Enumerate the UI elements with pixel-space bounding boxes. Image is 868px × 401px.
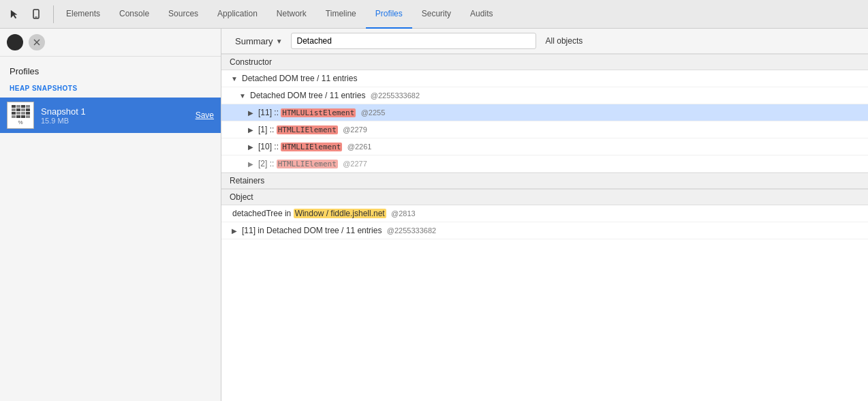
hl-class-name: HTMLLIElement [281, 143, 342, 151]
svg-rect-1 [35, 16, 37, 17]
nav-tab-console[interactable]: Console [110, 0, 159, 29]
retainer-row-content: [11] in Detached DOM tree / 11 entries @… [239, 224, 868, 237]
nav-tab-audits[interactable]: Audits [461, 0, 502, 29]
addr-label: @2279 [343, 125, 367, 134]
tree-row[interactable]: ▶ [10] :: HTMLLIElement @2261 [221, 138, 868, 155]
hl-class-name: HTMLLIElement [277, 125, 338, 134]
snapshot-size: 15.9 MB [41, 117, 196, 125]
tree-toggle[interactable]: ▼ [238, 91, 247, 100]
record-button[interactable] [7, 34, 23, 50]
retainer-row[interactable]: ▶ [11] in Detached DOM tree / 11 entries… [221, 222, 868, 239]
sidebar-title: Profiles [0, 57, 221, 80]
nav-tab-elements[interactable]: Elements [57, 0, 110, 29]
tree-row-content: Detached DOM tree / 11 entries @22553336… [247, 89, 868, 102]
snapshot-item[interactable]: % Snapshot 1 15.9 MB Save [0, 98, 221, 133]
tree-row-content: [2] :: HTMLLIElement @2277 [255, 158, 868, 170]
filter-input[interactable] [291, 33, 536, 49]
nav-tab-timeline[interactable]: Timeline [316, 0, 366, 29]
retainer-row-content: detachedTree in Window / fiddle.jshell.n… [230, 207, 868, 220]
mobile-icon[interactable] [27, 5, 45, 23]
tree-row-truncated[interactable]: ▶ [2] :: HTMLLIElement @2277 [221, 155, 868, 173]
tree-row-content: [1] :: HTMLLIElement @2279 [255, 123, 868, 136]
retainer-row[interactable]: detachedTree in Window / fiddle.jshell.n… [221, 205, 868, 222]
tree-row[interactable]: ▼ Detached DOM tree / 11 entries @225533… [221, 87, 868, 104]
constructor-section-header: Constructor [221, 54, 868, 70]
all-objects-button[interactable]: All objects [539, 33, 590, 48]
sidebar: Profiles HEAP SNAPSHOTS % Snapshot 1 15.… [0, 29, 221, 401]
hl-class-name: HTMLLIElement [277, 160, 338, 168]
tree-toggle[interactable]: ▶ [230, 226, 239, 235]
sidebar-toolbar [0, 29, 221, 57]
cursor-icon[interactable] [5, 5, 23, 23]
addr-label: @2255 [361, 108, 386, 117]
hl-window-label: Window / fiddle.jshell.net [294, 209, 386, 218]
nav-tabs: ElementsConsoleSourcesApplicationNetwork… [57, 0, 863, 29]
nav-tab-profiles[interactable]: Profiles [366, 0, 412, 29]
tree-row[interactable]: ▶ [1] :: HTMLLIElement @2279 [221, 121, 868, 138]
addr-label: @2255333682 [387, 226, 436, 235]
summary-dropdown[interactable]: Summary ▼ [230, 33, 288, 49]
addr-label: @2277 [343, 160, 367, 168]
main-layout: Profiles HEAP SNAPSHOTS % Snapshot 1 15.… [0, 29, 868, 401]
clear-button[interactable] [29, 34, 45, 50]
snapshot-save-button[interactable]: Save [196, 110, 214, 120]
table-container: Constructor ▼ Detached DOM tree / 11 ent… [221, 54, 868, 401]
top-nav: ElementsConsoleSourcesApplicationNetwork… [0, 0, 868, 29]
addr-label: @2813 [391, 209, 416, 218]
tree-row-content: [11] :: HTMLUListElement @2255 [255, 106, 868, 119]
snapshot-percent-label: % [18, 119, 22, 125]
nav-icons [5, 5, 54, 23]
nav-tab-network[interactable]: Network [267, 0, 316, 29]
snapshot-name: Snapshot 1 [41, 106, 196, 117]
addr-label: @2261 [347, 143, 372, 151]
tree-row-content: Detached DOM tree / 11 entries [239, 72, 868, 85]
snapshot-info: Snapshot 1 15.9 MB [41, 106, 196, 125]
dropdown-arrow-icon: ▼ [276, 38, 283, 45]
object-section-header: Object [221, 189, 868, 205]
snapshot-icon: % [7, 102, 34, 129]
retainers-section-header: Retainers [221, 173, 868, 189]
hl-class-name: HTMLUListElement [281, 108, 356, 117]
tree-row-selected[interactable]: ▶ [11] :: HTMLUListElement @2255 [221, 104, 868, 121]
content-toolbar: Summary ▼ All objects [221, 29, 868, 54]
tree-toggle[interactable]: ▶ [246, 142, 255, 151]
addr-label: @2255333682 [371, 91, 420, 100]
tree-toggle[interactable]: ▶ [246, 125, 255, 134]
tree-toggle[interactable]: ▶ [246, 159, 255, 168]
tree-toggle[interactable]: ▶ [246, 108, 255, 117]
sidebar-section-title: HEAP SNAPSHOTS [0, 80, 221, 96]
tree-toggle[interactable]: ▼ [230, 74, 239, 83]
nav-tab-application[interactable]: Application [208, 0, 267, 29]
summary-label: Summary [235, 36, 273, 46]
nav-tab-security[interactable]: Security [412, 0, 461, 29]
tree-row[interactable]: ▼ Detached DOM tree / 11 entries [221, 70, 868, 87]
tree-row-content: [10] :: HTMLLIElement @2261 [255, 140, 868, 153]
content-panel: Summary ▼ All objects Constructor ▼ Deta… [221, 29, 868, 401]
nav-tab-sources[interactable]: Sources [159, 0, 208, 29]
